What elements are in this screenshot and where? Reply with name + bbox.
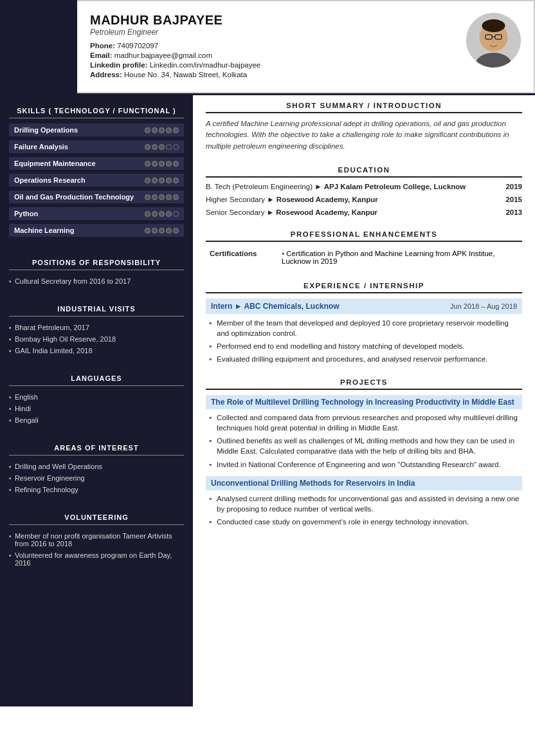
skill-dot — [159, 178, 165, 183]
edu-arrow: ► — [267, 196, 274, 203]
linkedin-value: Linkedin.com/in/madhur-bajpayee — [150, 61, 261, 69]
edu-arrow: ► — [314, 183, 322, 190]
skill-row: Machine Learning — [9, 224, 184, 237]
candidate-name: MADHUR BAJPAYEE — [90, 13, 260, 28]
candidate-title: Petroleum Engineer — [90, 28, 260, 37]
address-line: Address: House No. 34, Nawab Street, Kol… — [90, 71, 260, 78]
list-item: Performed end to end modelling and histo… — [209, 341, 522, 351]
skill-dots — [145, 144, 179, 150]
experience-title: EXPERIENCE / INTERNSHIP — [206, 275, 522, 293]
interests-title: AREAS OF INTEREST — [9, 439, 184, 456]
list-item: Volunteered for awareness program on Ear… — [9, 549, 184, 569]
skill-dots — [145, 127, 179, 133]
linkedin-label: Linkedin profile: — [90, 61, 147, 69]
projects-title: PROJECTS — [206, 372, 522, 390]
volunteering-section: VOLUNTEERING Member of non profit organi… — [0, 502, 193, 575]
exp-role: Intern — [211, 302, 232, 311]
phone-line: Phone: 7409702097 — [90, 42, 260, 50]
list-item: Bombay High Oil Reserve, 2018 — [9, 333, 184, 345]
volunteering-title: VOLUNTEERING — [9, 508, 184, 525]
education-row: Higher Secondary ► Rosewood Academy, Kan… — [206, 196, 522, 203]
edu-left: Higher Secondary ► Rosewood Academy, Kan… — [206, 196, 378, 203]
skill-dot — [166, 161, 172, 167]
skill-name: Failure Analysis — [14, 143, 68, 151]
list-item: Collected and compared data from previou… — [209, 412, 522, 433]
skill-dot — [173, 144, 179, 150]
skill-dot — [166, 211, 172, 217]
skill-dot — [152, 178, 158, 183]
skill-dot — [152, 211, 158, 217]
address-value: House No. 34, Nawab Street, Kolkata — [124, 71, 247, 78]
list-item: Refining Technology — [9, 484, 184, 495]
edu-degree: Senior Secondary — [206, 208, 264, 216]
list-item: Conducted case study on government's rol… — [209, 517, 522, 527]
list-item: Member of non profit organisation Tameer… — [9, 530, 184, 549]
languages-title: LANGUAGES — [9, 369, 184, 386]
pro-content-cell: Certification in Python and Machine Lear… — [279, 248, 521, 266]
list-item: Outlined benefits as well as challenges … — [209, 436, 522, 456]
edu-year: 2013 — [505, 208, 522, 216]
skill-dot — [166, 178, 172, 183]
positions-title: POSITIONS OF RESPONSIBILITY — [9, 254, 184, 270]
list-item: English — [9, 391, 184, 403]
skill-dot — [173, 127, 179, 133]
edu-degree: Higher Secondary — [206, 196, 265, 203]
skills-section: SKILLS ( TECHNOLOGY / FUNCTIONAL ) Drill… — [0, 95, 193, 247]
linkedin-line: Linkedin profile: Linkedin.com/in/madhur… — [90, 61, 260, 69]
skill-name: Oil and Gas Production Technology — [14, 193, 134, 201]
list-item: Bharat Petroleum, 2017 — [9, 322, 184, 333]
header: MADHUR BAJPAYEE Petroleum Engineer Phone… — [0, 0, 535, 95]
phone-value: 7409702097 — [117, 42, 158, 50]
industrial-list: Bharat Petroleum, 2017Bombay High Oil Re… — [9, 322, 184, 356]
svg-point-3 — [482, 19, 505, 32]
skill-row: Operations Research — [9, 174, 184, 187]
skill-dot — [173, 211, 179, 217]
skill-dots — [145, 178, 179, 183]
summary-title: SHORT SUMMARY / INTRODUCTION — [206, 95, 522, 113]
project-title: Unconventional Drilling Methods for Rese… — [206, 476, 522, 490]
skill-row: Oil and Gas Production Technology — [9, 190, 184, 203]
exp-company: ABC Chemicals, Lucknow — [244, 302, 339, 311]
avatar — [466, 13, 521, 68]
list-item: Certification in Python and Machine Lear… — [282, 250, 518, 265]
edu-left: Senior Secondary ► Rosewood Academy, Kan… — [206, 208, 377, 216]
email-line: Email: madhur.bajpayee@gmail.com — [90, 51, 260, 59]
skill-dot — [145, 211, 150, 217]
skill-dot — [145, 161, 150, 167]
list-item: Evaluated drilling equipment and procedu… — [209, 354, 522, 364]
skill-name: Python — [14, 210, 38, 217]
skill-dot — [173, 228, 179, 234]
skill-dot — [173, 161, 179, 167]
list-item: Analysed current drilling methods for un… — [209, 493, 522, 514]
industrial-section: INDUSTRIAL VISITS Bharat Petroleum, 2017… — [0, 293, 193, 363]
list-item: Invited in National Conference of Engine… — [209, 459, 522, 470]
list-item: Hindi — [9, 403, 184, 414]
edu-institution: Rosewood Academy, Kanpur — [277, 196, 378, 203]
project-title: The Role of Multilevel Drilling Technolo… — [206, 395, 522, 409]
body: SKILLS ( TECHNOLOGY / FUNCTIONAL ) Drill… — [0, 95, 535, 706]
header-content: MADHUR BAJPAYEE Petroleum Engineer Phone… — [77, 0, 535, 93]
pro-list: Certification in Python and Machine Lear… — [282, 250, 518, 265]
positions-list: Cultural Secretary from 2016 to 2017 — [9, 275, 184, 287]
skill-row: Drilling Operations — [9, 124, 184, 136]
exp-arrow: ► — [235, 302, 244, 311]
skills-list: Drilling OperationsFailure AnalysisEquip… — [9, 124, 184, 237]
sidebar: SKILLS ( TECHNOLOGY / FUNCTIONAL ) Drill… — [0, 95, 193, 706]
edu-year: 2019 — [505, 183, 522, 190]
experience-section: EXPERIENCE / INTERNSHIP Intern ► ABC Che… — [206, 275, 522, 364]
list-item: Reservoir Engineering — [9, 472, 184, 484]
pro-title: PROFESSIONAL ENHANCEMENTS — [206, 224, 522, 242]
main-content: SHORT SUMMARY / INTRODUCTION A certified… — [193, 95, 535, 706]
education-section: EDUCATION B. Tech (Petroleum Engineering… — [206, 160, 522, 216]
header-left-block — [0, 0, 77, 93]
skill-dot — [145, 144, 150, 150]
skill-dot — [166, 127, 172, 133]
list-item: GAIL India Limited, 2018 — [9, 345, 184, 356]
edu-institution: Rosewood Academy, Kanpur — [276, 208, 377, 216]
skill-dot — [152, 228, 158, 234]
phone-label: Phone: — [90, 42, 115, 50]
skill-dot — [159, 161, 165, 167]
skill-name: Machine Learning — [14, 226, 75, 234]
exp-date: Jun 2018 – Aug 2018 — [450, 302, 517, 310]
project-bullets: Analysed current drilling methods for un… — [206, 493, 522, 527]
